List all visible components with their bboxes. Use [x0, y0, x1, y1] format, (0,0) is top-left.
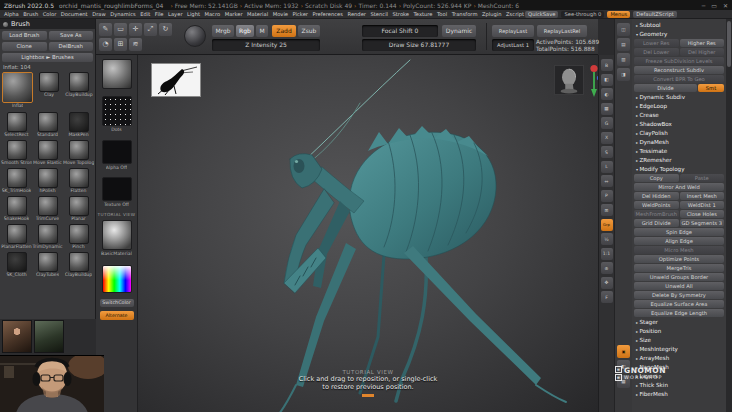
panel-button[interactable]: Grid Divide [634, 219, 679, 227]
brush-item[interactable]: ClayBuildup [63, 252, 94, 277]
save-as-button[interactable]: Save As [49, 31, 94, 40]
panel-button[interactable]: MergeTris [634, 264, 724, 272]
brush-item[interactable]: SK_TrimHook [1, 168, 32, 193]
brush-item[interactable]: Planar [63, 196, 94, 221]
panel-list-icon[interactable]: ▤ [617, 38, 630, 51]
panel-button-secondary[interactable]: Higher Res [680, 39, 725, 47]
adjust-last-slider[interactable]: AdjustLast 1 [492, 39, 534, 51]
menus-button[interactable]: Menus [607, 11, 630, 18]
panel-button[interactable]: Micro Mesh [634, 246, 724, 254]
panel-button[interactable]: Thick Skin [634, 381, 724, 389]
panel-button[interactable]: Dynamic Subdiv [634, 93, 724, 101]
brush-thumb[interactable] [38, 140, 58, 160]
zadd-button[interactable]: Zadd [272, 25, 296, 37]
menu-item[interactable]: Stroke [392, 11, 411, 17]
floor-icon[interactable]: ⊞ [601, 204, 613, 216]
brush-item[interactable]: hPolish [32, 168, 63, 193]
menu-item[interactable]: Brush [22, 11, 39, 17]
scale-icon[interactable]: ⤢ [144, 23, 157, 36]
local-icon[interactable]: L [601, 161, 613, 173]
panel-button[interactable]: EdgeLoop [634, 102, 724, 110]
brush-thumb[interactable] [7, 224, 27, 244]
aahalf-icon[interactable]: ½ [601, 233, 613, 245]
reference-head-thumb[interactable] [554, 65, 584, 95]
minimize-icon[interactable]: ─ [702, 2, 706, 9]
current-brush-thumb[interactable] [2, 72, 33, 103]
menu-item[interactable]: Marker [224, 11, 244, 17]
panel-button[interactable]: DynaMesh [634, 138, 724, 146]
m-button[interactable]: M [256, 25, 268, 37]
menu-item[interactable]: Render [347, 11, 367, 17]
panel-button-secondary[interactable]: Del Higher [680, 48, 725, 56]
panel-button[interactable]: Align Edge [634, 237, 724, 245]
panel-button-secondary[interactable]: Insert Mesh [680, 192, 725, 200]
panel-rows-icon[interactable]: ▥ [617, 53, 630, 66]
mrgb-button[interactable]: Mrgb [212, 25, 234, 37]
panel-button[interactable]: Freeze SubDivision Levels [634, 57, 724, 65]
close-icon[interactable]: ✕ [723, 2, 728, 9]
axis-gizmo[interactable] [586, 63, 598, 101]
panel-button[interactable]: Copy [634, 174, 679, 182]
brush-item[interactable]: PlanarFlatten [1, 224, 32, 249]
brush-item[interactable]: Standard [32, 112, 63, 137]
panel-button[interactable]: Divide [634, 84, 697, 92]
menu-item[interactable]: Picker [292, 11, 309, 17]
paint-icon[interactable]: ◔ [99, 38, 112, 51]
mantis-model[interactable] [138, 55, 598, 412]
tray-divider-icon[interactable]: ◫ [617, 23, 630, 36]
default-zscript-button[interactable]: DefaultZScript [633, 11, 677, 18]
menu-item[interactable]: Draw [91, 11, 107, 17]
menu-item[interactable]: Transform [451, 11, 479, 17]
dynamic-button[interactable]: Dynamic [442, 25, 476, 37]
reference-image-1[interactable] [2, 320, 32, 353]
panel-button[interactable]: Size [634, 336, 724, 344]
zsub-button[interactable]: Zsub [298, 25, 320, 37]
panel-button[interactable]: ShadowBox [634, 120, 724, 128]
panel-button[interactable]: Unweld All [634, 282, 724, 290]
see-through-slider[interactable]: See-through 0 [561, 11, 604, 18]
brush-thumb[interactable] [7, 196, 27, 216]
panel-button[interactable]: ZRemesher [634, 156, 724, 164]
reference-image-2[interactable] [34, 320, 64, 353]
actual-icon[interactable]: 1:1 [601, 248, 613, 260]
stroke-type-thumb[interactable] [102, 96, 132, 126]
current-brush[interactable]: Inflat [2, 72, 33, 108]
draw-size-slider[interactable]: Draw Size 67.81777 [362, 39, 476, 51]
quicksave-button[interactable]: QuickSave [525, 11, 558, 18]
texture-thumb[interactable] [102, 177, 132, 201]
panel-button[interactable]: Convert BPR To Geo [634, 75, 724, 83]
brush-thumb[interactable] [69, 224, 89, 244]
panel-button-secondary[interactable]: GD Segments 3 [680, 219, 725, 227]
document-canvas[interactable]: TUTORIAL VIEW Click and drag to repositi… [138, 55, 598, 412]
brush-item[interactable]: SelectRect [1, 112, 32, 137]
menu-item[interactable]: Material [246, 11, 269, 17]
del-brush-button[interactable]: DelBrush [49, 42, 94, 51]
menu-item[interactable]: Zplugin [481, 11, 503, 17]
brush-thumb[interactable] [38, 168, 58, 188]
brush-thumb[interactable] [38, 112, 58, 132]
panel-button[interactable]: Unweld Groups Border [634, 273, 724, 281]
maximize-icon[interactable]: ▭ [711, 2, 717, 9]
brush-item[interactable]: ClayBuildup [64, 72, 94, 97]
z-intensity-slider[interactable]: Z Intensity 25 [212, 39, 320, 51]
rotate-icon[interactable]: ↻ [159, 23, 172, 36]
panel-button[interactable]: MeshFromBrush [634, 210, 679, 218]
brush-item[interactable]: Flatten [63, 168, 94, 193]
brush-thumb[interactable] [69, 72, 89, 92]
brush-thumb[interactable] [38, 224, 58, 244]
brush-thumb[interactable] [7, 112, 27, 132]
panel-button[interactable]: ArrayMesh [634, 354, 724, 362]
panel-button[interactable]: ClayPolish [634, 129, 724, 137]
color-picker[interactable] [102, 265, 132, 293]
focal-shift-slider[interactable]: Focal Shift 0 [362, 25, 438, 37]
brush-item[interactable]: Smooth Stronger [1, 140, 32, 165]
panel-button[interactable]: Reconstruct Subdiv [634, 66, 724, 74]
material-thumb[interactable] [102, 220, 132, 250]
panel-button-secondary[interactable]: Smt [698, 84, 724, 92]
alternate-button[interactable]: Alternate [100, 311, 134, 320]
load-brush-button[interactable]: Load Brush [2, 31, 47, 40]
brush-thumb[interactable] [7, 140, 27, 160]
brush-item[interactable]: TrimCurve [32, 196, 63, 221]
lsym-icon[interactable]: ⇔ [601, 175, 613, 187]
rgb-button[interactable]: Rgb [236, 25, 254, 37]
